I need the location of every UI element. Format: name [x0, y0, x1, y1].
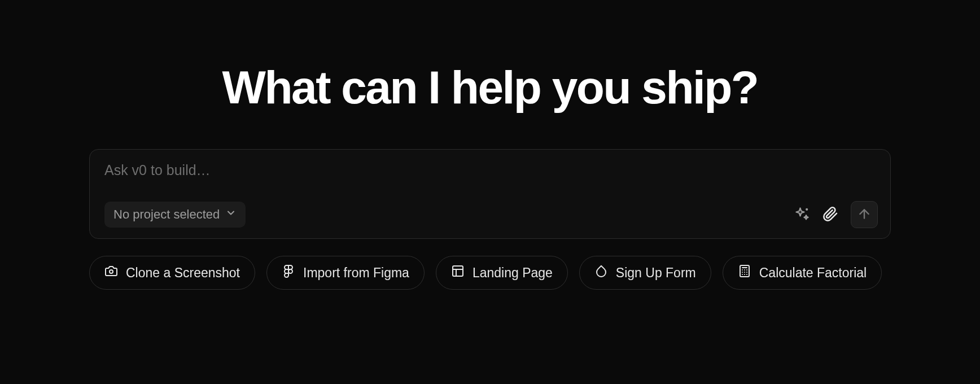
chip-label: Import from Figma — [303, 265, 409, 281]
chip-clone-screenshot[interactable]: Clone a Screenshot — [89, 256, 255, 290]
prompt-container: No project selected — [89, 149, 891, 239]
chip-sign-up-form[interactable]: Sign Up Form — [579, 256, 711, 290]
prompt-input[interactable] — [104, 162, 878, 178]
chip-import-figma[interactable]: Import from Figma — [266, 256, 425, 290]
chip-label: Clone a Screenshot — [126, 265, 240, 281]
arrow-up-icon — [857, 207, 872, 223]
svg-point-2 — [110, 270, 113, 273]
chip-calculate-factorial[interactable]: Calculate Factorial — [723, 256, 882, 290]
toolbar-right — [794, 201, 878, 228]
project-selector[interactable]: No project selected — [104, 202, 246, 228]
chip-label: Calculate Factorial — [759, 265, 867, 281]
attach-button[interactable] — [823, 206, 838, 224]
enhance-button[interactable] — [794, 206, 810, 224]
sparkles-icon — [794, 206, 810, 224]
chip-label: Landing Page — [473, 265, 553, 281]
chip-landing-page[interactable]: Landing Page — [436, 256, 568, 290]
camera-icon — [104, 264, 118, 281]
chevron-down-icon — [225, 207, 237, 222]
layout-icon — [451, 264, 465, 281]
svg-point-0 — [806, 208, 807, 210]
calculator-icon — [738, 264, 751, 281]
prompt-toolbar: No project selected — [104, 201, 878, 228]
svg-rect-3 — [453, 266, 463, 276]
submit-button[interactable] — [851, 201, 878, 228]
figma-icon — [282, 264, 295, 281]
suggestions-row: Clone a Screenshot Import from Figma Lan… — [89, 256, 891, 290]
droplet-icon — [594, 264, 608, 281]
chip-label: Sign Up Form — [616, 265, 696, 281]
page-heading: What can I help you ship? — [222, 61, 758, 114]
project-selector-label: No project selected — [113, 207, 220, 222]
paperclip-icon — [823, 206, 838, 224]
